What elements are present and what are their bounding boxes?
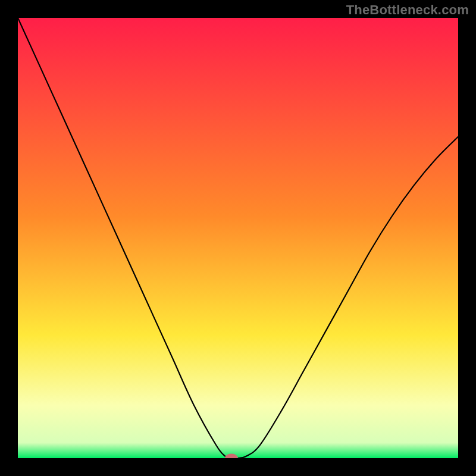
plot-area bbox=[18, 18, 458, 458]
watermark-text: TheBottleneck.com bbox=[346, 2, 469, 18]
gradient-rect bbox=[18, 18, 458, 458]
chart-frame: TheBottleneck.com bbox=[0, 0, 476, 476]
chart-svg bbox=[18, 18, 458, 458]
